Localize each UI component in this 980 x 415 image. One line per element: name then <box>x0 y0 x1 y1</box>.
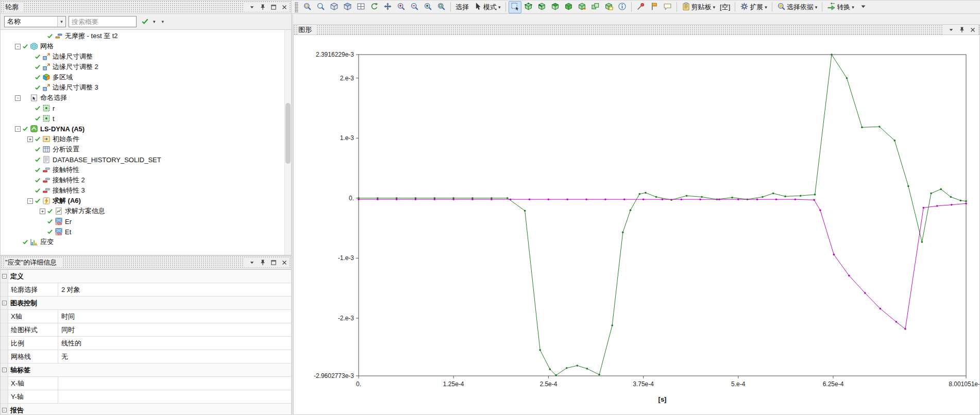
details-property-value[interactable]: 同时 <box>58 323 291 336</box>
sizing-icon <box>42 53 50 61</box>
tree-item[interactable]: 边缘尺寸调整 3 <box>1 82 291 93</box>
details-property-value[interactable] <box>58 390 291 403</box>
tree-item[interactable]: 边缘尺寸调整 2 <box>1 62 291 72</box>
outline-float-button[interactable] <box>268 3 279 12</box>
mode-button[interactable]: 模式▾ <box>471 1 503 13</box>
collapse-expander-icon[interactable]: - <box>2 368 7 372</box>
tree-scrollbar-thumb[interactable] <box>285 103 291 164</box>
details-close-button[interactable] <box>279 258 290 267</box>
mode-label: 模式 <box>483 3 497 12</box>
graph-canvas[interactable]: 2.3916229e-32.e-31.e-30.-1.e-3-2.e-3-2.9… <box>293 35 980 415</box>
extend-selection-button[interactable] <box>576 1 588 13</box>
tree-item[interactable]: t <box>1 113 291 124</box>
probe-button[interactable] <box>634 1 647 13</box>
filter-check-button[interactable]: ▾ <box>139 16 158 27</box>
tree-item[interactable]: DATABASE_HISTORY_SOLID_SET <box>1 154 291 165</box>
box-zoom-button[interactable] <box>301 1 314 13</box>
chevron-down-icon[interactable]: ▾ <box>57 16 65 27</box>
tree-item[interactable]: +求解方案信息 <box>1 206 291 216</box>
tree-item[interactable]: USEREt <box>1 227 291 237</box>
check-icon <box>22 43 30 49</box>
selection-info-button[interactable] <box>616 1 629 13</box>
magnifier-bulb-icon <box>777 2 786 12</box>
details-row-gutter <box>1 390 8 403</box>
select-by-button[interactable]: 选择依据▾ <box>775 1 820 13</box>
details-pin-button[interactable] <box>258 258 268 267</box>
collapse-expander-icon[interactable]: - <box>2 408 7 412</box>
extensions-button[interactable]: 扩展▾ <box>738 1 769 13</box>
zoom-button[interactable] <box>314 1 327 13</box>
collapse-expander-icon[interactable]: - <box>2 274 7 279</box>
clipboard-button[interactable]: 剪贴板▾ <box>680 1 718 13</box>
graph-pin-button[interactable] <box>957 25 967 34</box>
tree-item[interactable]: r <box>1 103 291 113</box>
pan-button[interactable] <box>381 1 394 13</box>
collapse-expander-icon[interactable]: - <box>15 126 21 132</box>
toolbar-more-button[interactable] <box>857 1 870 13</box>
graph-close-button[interactable] <box>968 25 978 34</box>
outline-pin-button[interactable] <box>258 3 268 12</box>
tree-item[interactable]: 边缘尺寸调整 <box>1 51 291 62</box>
zoom-window-button[interactable] <box>421 1 434 13</box>
tree-item[interactable]: 接触特性 3 <box>1 185 291 196</box>
check-icon <box>35 54 42 60</box>
collapse-expander-icon[interactable]: - <box>2 301 7 305</box>
tree-item[interactable]: +初始条件 <box>1 134 291 144</box>
details-chevron-down-button[interactable] <box>247 258 257 267</box>
expand-expander-icon[interactable]: + <box>27 136 33 142</box>
select-vertex-button[interactable] <box>522 1 535 13</box>
tree-item[interactable]: 接触特性 2 <box>1 175 291 185</box>
details-property-value[interactable] <box>58 377 291 390</box>
flag-tool-button[interactable] <box>648 1 661 13</box>
tree-item[interactable]: 多区域 <box>1 72 291 82</box>
tree-item[interactable]: -LS-DYNA (A5) <box>1 124 291 134</box>
magnifier-fit-icon <box>437 2 446 12</box>
tree-item[interactable]: -命名选择 <box>1 93 291 103</box>
zoom-fit-button[interactable] <box>435 1 448 13</box>
toolbar-handle[interactable] <box>295 2 298 12</box>
look-at-button[interactable] <box>341 1 354 13</box>
search-input[interactable] <box>69 16 136 27</box>
tree-item-label: 命名选择 <box>40 93 70 102</box>
tree-item[interactable]: USEREr <box>1 216 291 227</box>
toolbar-gap <box>293 14 980 24</box>
tree-item[interactable]: -求解 (A6) <box>1 196 291 206</box>
details-property-value[interactable]: 无 <box>58 350 291 363</box>
comment-tool-button[interactable] <box>661 1 674 13</box>
zoom-out-button[interactable] <box>408 1 421 13</box>
convert-button[interactable]: 转换▾ <box>825 1 856 13</box>
rotate-button[interactable] <box>368 1 381 13</box>
zoom-in-button[interactable] <box>395 1 408 13</box>
details-property-name: 比例 <box>8 337 58 350</box>
collapse-expander-icon[interactable]: - <box>27 198 33 204</box>
expand-expander-icon[interactable]: + <box>40 209 45 214</box>
tree-item[interactable]: 无摩擦 - test 至 t2 <box>1 31 291 41</box>
select-all-entities-button[interactable] <box>589 1 602 13</box>
tree-scrollbar[interactable] <box>284 30 291 255</box>
details-property-value[interactable]: 线性的 <box>58 337 291 350</box>
tree-item-label: 接触特性 <box>53 165 82 175</box>
outline-close-button[interactable] <box>279 3 290 12</box>
collapse-expander-icon[interactable]: - <box>15 44 21 49</box>
tree-item[interactable]: 分析设置 <box>1 144 291 154</box>
details-property-value[interactable]: 时间 <box>58 310 291 323</box>
details-property-value[interactable]: 2 对象 <box>58 283 291 296</box>
select-edge-button[interactable] <box>535 1 548 13</box>
graph-chevron-down-button[interactable] <box>946 25 956 34</box>
select-body-button[interactable] <box>562 1 575 13</box>
outline-toolbar-more-button[interactable]: ▾ <box>160 19 166 24</box>
collapse-expander-icon[interactable]: - <box>15 95 21 101</box>
tree-item[interactable]: 应变 <box>1 237 291 247</box>
details-float-button[interactable] <box>268 258 279 267</box>
graphics-toolbar: 选择模式▾剪贴板▾[空]扩展▾选择依据▾转换▾ <box>292 0 980 14</box>
name-filter-combo[interactable]: 名称 ▾ <box>4 16 66 27</box>
details-window-buttons <box>244 258 290 267</box>
tree-item[interactable]: -网格 <box>1 41 291 51</box>
select-face-button[interactable] <box>549 1 562 13</box>
iso-view-button[interactable] <box>328 1 341 13</box>
outline-chevron-down-button[interactable] <box>247 3 257 12</box>
named-selection-convert-button[interactable] <box>602 1 615 13</box>
tree-item[interactable]: 接触特性 <box>1 165 291 175</box>
select-box-mode-button[interactable] <box>509 1 521 13</box>
viewports-button[interactable] <box>354 1 367 13</box>
